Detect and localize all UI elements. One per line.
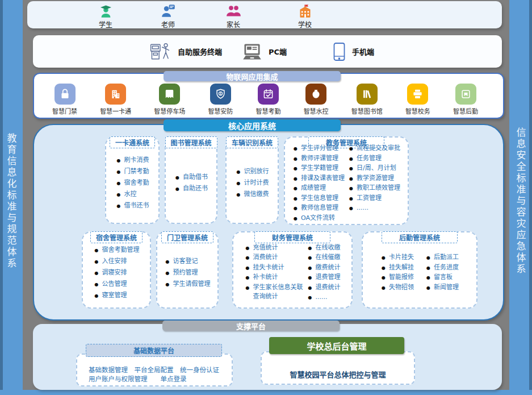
list-item-label: 消费统计 [253,253,278,263]
list-item: ●OA文件流转 [294,214,345,224]
parking-icon [159,84,180,105]
list-item-label: ...... [357,203,368,213]
bullet-icon: ● [349,155,353,164]
security-shield-icon [210,84,231,105]
bullet-icon: ● [117,189,121,200]
list-item-label: 识别放行 [244,166,269,177]
bullet-icon: ● [95,290,99,301]
terminal-mobile: 手机端 [333,35,374,68]
system-item-list: ●在线收缴●在线催缴●缴费统计●退费管理●退费统计●...... [308,243,341,303]
list-item-label: 访客登记 [173,256,198,267]
list-item-label: 教师评课管理 [301,154,338,164]
iot-item-water: 智慧水控 [304,84,329,115]
list-item: ●留言板 [426,273,459,283]
bullet-icon: ● [294,174,298,184]
list-item-label: 学生请假管理 [173,278,210,289]
support-platform-section: 支撑平台 基础数据管理 平台全局配置 统一身份认证 用户账户与权限管理 单点登录… [33,324,502,390]
bullet-icon: ● [382,253,386,263]
base-platform-line: 基础数据管理 平台全局配置 统一身份认证 [89,365,219,375]
list-item: ●学生信息管理 [294,194,345,204]
bullet-icon: ● [95,279,99,290]
terminal-label: 手机端 [352,46,374,57]
list-item-label: 留言板 [434,273,453,282]
base-data-platform-text: 基础数据管理 平台全局配置 统一身份认证 用户账户与权限管理 单点登录 [89,365,219,384]
list-item: ●借书还书 [117,200,149,211]
bullet-icon: ● [246,264,250,273]
list-item: ●自助还书 [175,183,208,194]
iot-item-label: 智慧停车场 [154,106,185,115]
bottom-frame-strip [0,390,532,395]
bullet-icon: ● [117,178,121,189]
iot-item-attendance: 智慧考勤 [256,84,281,115]
list-item: ●入住安排 [95,256,140,267]
list-item-label: 挂失解挂 [389,263,414,273]
list-item-label: 卡片挂失 [389,253,414,263]
bullet-icon: ● [237,189,241,200]
bullet-icon: ● [117,167,121,177]
iot-item-label: 智慧校务 [405,106,430,115]
list-item-label: 宿舍考勤 [124,177,149,188]
bullet-icon: ● [426,264,430,273]
list-item: ●流程提交及审批 [349,144,400,154]
student-icon [98,3,114,19]
bullet-icon: ● [294,214,298,224]
bullet-icon: ● [237,167,241,177]
list-item-label: 宿舍考勤管理 [102,244,139,255]
list-item: ●学生学籍管理 [294,164,345,174]
bullet-icon: ● [349,194,353,204]
list-item: ●消费统计 [246,253,304,263]
iot-item-parking: 智慧停车场 [154,84,185,115]
pc-icon [242,43,262,61]
support-banner: 支撑平台 [162,321,340,331]
system-box-logistics: 后勤管理系统 ●卡片挂失●挂失解挂●智能报修●失物招领 ●后勤派工●任务进度●留… [362,231,477,309]
list-item-label: 自助还书 [183,183,208,194]
bullet-icon: ● [349,204,353,214]
system-item-list: ●自助借书●自助还书 [175,172,208,194]
iot-banner: 物联网应用集成 [164,71,341,81]
list-item: ●教学资源管理 [349,174,400,184]
list-item: ●公告管理 [95,278,140,290]
bullet-icon: ● [166,256,170,267]
list-item-label: 教师信息管理 [301,203,338,213]
bullet-icon: ● [426,273,430,283]
bullet-icon: ● [246,244,250,253]
right-sidebar-edge [529,0,532,395]
bullet-icon: ● [294,155,298,164]
iot-item-logistics: 智慧后勤 [453,84,478,115]
core-banner: 核心应用系统 [164,119,341,131]
list-item: ●排课及课表管理 [294,174,345,184]
user-role-label: 家长 [227,19,240,29]
base-platform-line: 用户账户与权限管理 单点登录 [89,375,219,384]
bullet-icon: ● [95,268,99,278]
list-item: ●水控 [117,189,149,200]
user-role-parents: 家长 [213,3,253,29]
list-item: ●工资管理 [349,194,400,204]
list-item: ●在线收缴 [308,243,341,253]
list-item-label: 学生信息管理 [301,194,338,203]
bullet-icon: ● [237,178,241,189]
iot-integration-section: 物联网应用集成 智慧门禁 智慧一卡通 智慧停车场 [33,73,504,119]
iot-item-label: 智慧门禁 [52,106,77,115]
list-item-label: 挂失卡统计 [253,263,284,273]
list-item-label: 学生评分管理 [301,144,338,153]
onecard-icon [105,84,126,105]
bullet-icon: ● [246,253,250,263]
smart-campus-architecture-diagram: 教育信息化标准与规范体系 信息安全标准与容灾应急体系 学生 老师 [0,0,532,395]
list-item-label: 学生学籍管理 [301,164,338,173]
right-sidebar: 信息安全标准与容灾应急体系 [509,0,532,395]
list-item-label: 任务管理 [357,154,382,164]
list-item: ●新闻管理 [426,283,459,293]
list-item: ●宿舍考勤 [117,177,149,189]
list-item: ●...... [349,203,400,214]
admin-platform-body: 智慧校园平台总体把控与管理 [261,351,415,385]
bullet-icon: ● [308,253,312,263]
school-affairs-icon [407,84,428,105]
terminal-label: PC端 [269,46,287,57]
bullet-icon: ● [294,144,298,154]
list-item: ●自助借书 [175,172,208,183]
user-role-label: 学校 [298,19,312,29]
admin-platform-title: 学校总后台管理 [269,337,404,354]
bullet-icon: ● [308,284,312,293]
user-role-teacher: 老师 [148,3,188,29]
list-item-label: 失物招领 [389,283,414,293]
